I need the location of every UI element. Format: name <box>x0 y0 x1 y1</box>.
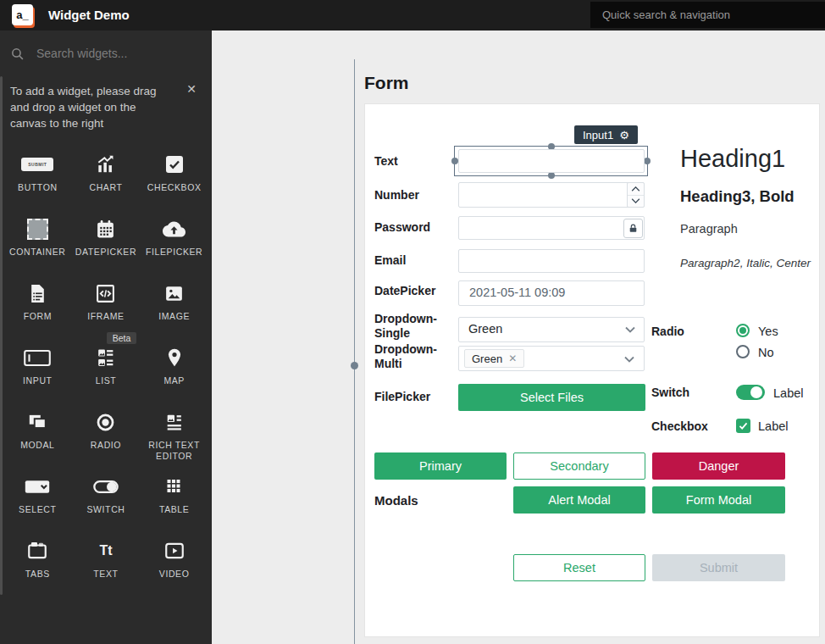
widget-card-table[interactable]: TABLE <box>140 466 208 530</box>
dropdown-multi-label: Dropdown-Multi <box>374 342 451 371</box>
resize-handle[interactable] <box>451 158 458 164</box>
spinner-up-icon[interactable] <box>628 183 644 195</box>
widget-label: FILEPICKER <box>146 247 202 258</box>
submit-button[interactable]: Submit <box>652 554 785 581</box>
widget-label: DATEPICKER <box>75 247 136 258</box>
selected-widget-name: Input1 <box>583 129 613 142</box>
gear-icon[interactable]: ⚙ <box>619 129 629 142</box>
spinner-down-icon[interactable] <box>628 195 644 208</box>
switch-toggle[interactable] <box>736 385 765 400</box>
widget-card-iframe[interactable]: IFRAME <box>72 273 141 337</box>
tabs-widget-icon <box>26 538 48 564</box>
text-field-label: Text <box>374 154 398 169</box>
datepicker-widget-icon <box>95 216 116 242</box>
widget-card-image[interactable]: IMAGE <box>140 273 208 337</box>
widget-card-text[interactable]: Tt TEXT <box>72 530 141 595</box>
widget-card-container[interactable]: CONTAINER <box>3 208 72 273</box>
widget-label: TEXT <box>93 569 118 580</box>
quick-search-input[interactable] <box>590 2 825 28</box>
widget-card-switch[interactable]: SWITCH <box>72 466 141 530</box>
selected-option-chip: Green ✕ <box>464 349 524 368</box>
video-widget-icon <box>163 538 185 564</box>
checkbox-input[interactable] <box>736 419 750 433</box>
switch-widget-icon <box>92 474 119 499</box>
switch-option-label: Label <box>773 386 803 400</box>
filepicker-field-label: FilePicker <box>374 390 430 404</box>
radio-group-label: Radio <box>651 325 684 339</box>
checkbox-field-label: Checkbox <box>651 419 708 434</box>
app-logo[interactable]: a_ <box>12 4 33 25</box>
widget-card-richtext[interactable]: RICH TEXT EDITOR <box>140 402 208 466</box>
widget-card-modal[interactable]: MODAL <box>3 402 72 466</box>
app-title: Widget Demo <box>48 8 130 22</box>
reset-button[interactable]: Reset <box>513 554 645 581</box>
button-widget-icon: SUBMIT <box>21 152 53 177</box>
datepicker-field-label: DatePicker <box>374 284 435 298</box>
widget-label: MAP <box>163 375 185 386</box>
widget-card-datepicker[interactable]: DATEPICKER <box>72 208 141 273</box>
resize-handle[interactable] <box>548 172 555 179</box>
canvas[interactable]: Form Input1 ⚙ Text Number Password <box>212 31 825 644</box>
widget-search-input[interactable] <box>25 47 212 60</box>
form-widget-left-edge[interactable] <box>354 59 355 644</box>
email-input[interactable] <box>458 249 645 273</box>
container-widget-icon <box>27 216 48 242</box>
widget-card-button[interactable]: SUBMIT BUTTON <box>3 144 72 208</box>
widget-card-input[interactable]: INPUT <box>3 337 72 402</box>
beta-badge: Beta <box>107 332 137 344</box>
secondary-button[interactable]: Secondary <box>513 452 645 480</box>
widget-card-checkbox[interactable]: CHECKBOX <box>140 144 208 208</box>
radio-option-yes[interactable] <box>736 324 750 337</box>
primary-button[interactable]: Primary <box>374 452 507 480</box>
check-icon <box>739 422 748 430</box>
widget-card-chart[interactable]: CHART <box>72 144 141 208</box>
danger-button[interactable]: Danger <box>652 452 785 480</box>
widget-label: BUTTON <box>18 182 58 193</box>
widget-label: CONTAINER <box>9 247 65 258</box>
widget-grid: SUBMIT BUTTON CHART <box>3 144 208 595</box>
lock-icon <box>628 223 639 234</box>
number-input[interactable] <box>458 182 645 208</box>
show-password-button[interactable] <box>623 219 643 238</box>
widget-card-select[interactable]: SELECT <box>3 466 72 530</box>
quick-search-box[interactable] <box>590 2 825 28</box>
widget-card-list[interactable]: Beta LIST <box>72 337 141 402</box>
iframe-widget-icon <box>95 280 116 306</box>
widget-card-filepicker[interactable]: FILEPICKER <box>140 208 208 273</box>
widget-label: CHART <box>90 182 123 193</box>
close-icon[interactable]: ✕ <box>186 83 197 95</box>
text-input[interactable] <box>458 149 645 173</box>
resize-handle[interactable] <box>644 158 651 164</box>
dropdown-multi-select[interactable]: Green ✕ <box>458 346 645 371</box>
alert-modal-button[interactable]: Alert Modal <box>513 486 645 514</box>
chip-label: Green <box>472 353 502 365</box>
list-widget-icon <box>95 345 116 370</box>
email-field-label: Email <box>374 253 406 268</box>
modal-widget-icon <box>26 409 48 435</box>
password-input[interactable] <box>458 216 645 240</box>
widget-search-row <box>0 41 212 66</box>
widget-card-tabs[interactable]: TABS <box>3 530 72 595</box>
sidebar-scrollbar[interactable] <box>0 76 3 595</box>
resize-handle[interactable] <box>351 362 358 369</box>
chip-remove-icon[interactable]: ✕ <box>508 353 517 364</box>
chevron-down-icon <box>624 356 634 363</box>
datepicker-input[interactable]: 2021-05-11 09:09 <box>458 280 645 306</box>
top-bar: a_ Widget Demo <box>0 0 825 31</box>
widget-card-form[interactable]: FORM <box>3 273 72 337</box>
form-modal-button[interactable]: Form Modal <box>652 486 785 514</box>
password-field-label: Password <box>374 220 430 235</box>
widget-card-radio[interactable]: RADIO <box>72 402 141 466</box>
dropdown-single-select[interactable] <box>458 317 645 342</box>
widget-sidebar: To add a widget, please drag and drop a … <box>0 31 212 644</box>
radio-option-yes-label: Yes <box>758 325 778 338</box>
selected-widget-tag[interactable]: Input1 ⚙ <box>574 125 638 144</box>
widget-label: CHECKBOX <box>147 182 202 193</box>
widget-card-map[interactable]: MAP <box>140 337 208 402</box>
select-files-button[interactable]: Select Files <box>458 384 645 411</box>
paragraph2-text: Paragraph2, Italic, Center <box>667 257 824 269</box>
heading1-text: Heading1 <box>680 145 785 173</box>
radio-option-no[interactable] <box>736 345 750 358</box>
map-widget-icon <box>163 345 185 370</box>
widget-card-video[interactable]: VIDEO <box>140 530 208 595</box>
